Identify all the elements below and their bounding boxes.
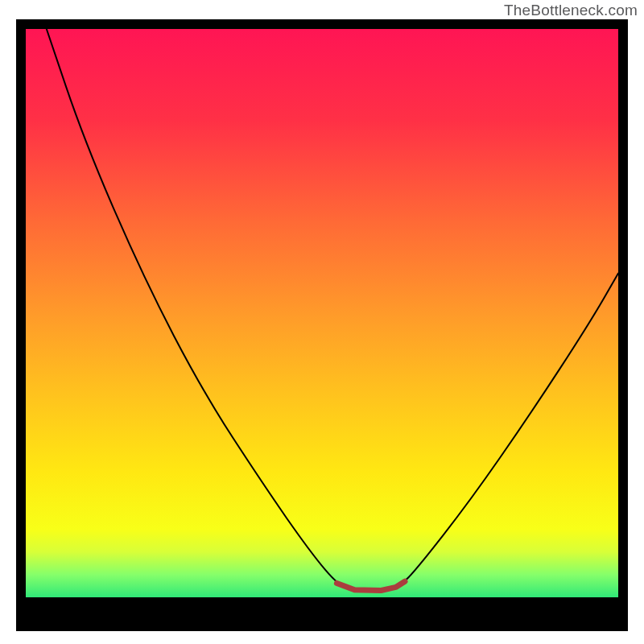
watermark-text: TheBottleneck.com	[504, 2, 638, 19]
chart-plot-area	[16, 19, 628, 631]
gradient-background	[26, 29, 618, 597]
root-container: TheBottleneck.com	[0, 0, 644, 644]
gradient-chart-svg	[26, 29, 618, 597]
